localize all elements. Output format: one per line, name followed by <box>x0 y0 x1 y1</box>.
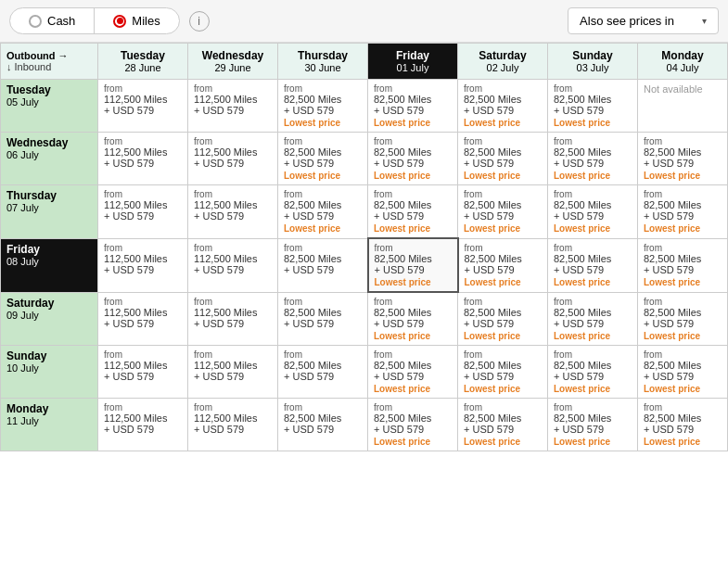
price-cell-sat09-tue28[interactable]: from112,500 Miles+ USD 579 <box>98 292 188 346</box>
miles-value: 82,500 Miles <box>554 94 632 105</box>
also-see-prices-button[interactable]: Also see prices in ▾ <box>568 7 719 34</box>
price-cell-sun10-tue28[interactable]: from112,500 Miles+ USD 579 <box>98 346 188 399</box>
miles-value: 82,500 Miles <box>374 360 452 371</box>
col-header-tue28[interactable]: Tuesday 28 June <box>98 44 188 80</box>
price-cell-wed06-sun03[interactable]: from82,500 Miles+ USD 579Lowest price <box>548 133 638 185</box>
price-cell-tue05-wed29[interactable]: from112,500 Miles+ USD 579 <box>188 80 278 133</box>
price-cell-tue05-thu30[interactable]: from82,500 Miles+ USD 579Lowest price <box>278 80 368 133</box>
usd-value: + USD 579 <box>374 105 452 116</box>
price-type-selector[interactable]: Cash Miles <box>9 7 180 34</box>
from-label: from <box>194 402 272 413</box>
col-day-name: Friday <box>374 49 452 62</box>
usd-value: + USD 579 <box>464 371 542 382</box>
lowest-price-badge: Lowest price <box>644 384 722 394</box>
price-cell-sun10-sat02[interactable]: from82,500 Miles+ USD 579Lowest price <box>458 346 548 399</box>
col-header-fri01[interactable]: Friday 01 July <box>368 44 458 80</box>
usd-value: + USD 579 <box>464 210 542 222</box>
miles-value: 82,500 Miles <box>374 94 452 105</box>
col-header-wed29[interactable]: Wednesday 29 June <box>188 44 278 80</box>
price-cell-wed06-sat02[interactable]: from82,500 Miles+ USD 579Lowest price <box>458 133 548 185</box>
inbound-label: ↓ Inbound <box>6 61 92 72</box>
from-label: from <box>464 349 542 360</box>
price-cell-thu07-thu30[interactable]: from82,500 Miles+ USD 579Lowest price <box>278 185 368 239</box>
miles-value: 82,500 Miles <box>465 253 543 264</box>
price-cell-tue05-mon04[interactable]: Not available <box>638 80 728 133</box>
price-cell-tue05-sun03[interactable]: from82,500 Miles+ USD 579Lowest price <box>548 80 638 133</box>
miles-option[interactable]: Miles <box>95 8 178 33</box>
miles-radio[interactable] <box>113 15 126 28</box>
price-cell-fri08-fri01[interactable]: from82,500 Miles+ USD 579Lowest price <box>368 238 458 292</box>
miles-value: 82,500 Miles <box>554 360 632 371</box>
price-cell-thu07-wed29[interactable]: from112,500 Miles+ USD 579 <box>188 185 278 239</box>
price-cell-sun10-thu30[interactable]: from82,500 Miles+ USD 579 <box>278 346 368 399</box>
miles-value: 112,500 Miles <box>194 253 272 264</box>
price-cell-wed06-tue28[interactable]: from112,500 Miles+ USD 579 <box>98 133 188 185</box>
miles-value: 82,500 Miles <box>554 253 632 264</box>
lowest-price-badge: Lowest price <box>374 223 452 234</box>
price-cell-wed06-wed29[interactable]: from112,500 Miles+ USD 579 <box>188 133 278 185</box>
usd-value: + USD 579 <box>194 210 272 222</box>
price-cell-sun10-sun03[interactable]: from82,500 Miles+ USD 579Lowest price <box>548 346 638 399</box>
lowest-price-badge: Lowest price <box>464 118 542 128</box>
price-cell-sun10-fri01[interactable]: from82,500 Miles+ USD 579Lowest price <box>368 346 458 399</box>
price-cell-mon11-sat02[interactable]: from82,500 Miles+ USD 579Lowest price <box>458 399 548 451</box>
price-cell-fri08-wed29[interactable]: from112,500 Miles+ USD 579 <box>188 238 278 292</box>
col-header-mon04[interactable]: Monday 04 July <box>638 44 728 80</box>
price-cell-fri08-thu30[interactable]: from82,500 Miles+ USD 579 <box>278 238 368 292</box>
price-cell-thu07-mon04[interactable]: from82,500 Miles+ USD 579Lowest price <box>638 185 728 239</box>
price-cell-mon11-wed29[interactable]: from112,500 Miles+ USD 579 <box>188 399 278 451</box>
price-cell-sat09-wed29[interactable]: from112,500 Miles+ USD 579 <box>188 292 278 346</box>
lowest-price-badge: Lowest price <box>284 171 362 181</box>
price-cell-sat09-thu30[interactable]: from82,500 Miles+ USD 579 <box>278 292 368 346</box>
price-cell-mon11-tue28[interactable]: from112,500 Miles+ USD 579 <box>98 399 188 451</box>
col-header-thu30[interactable]: Thursday 30 June <box>278 44 368 80</box>
usd-value: + USD 579 <box>104 264 182 275</box>
price-cell-sun10-mon04[interactable]: from82,500 Miles+ USD 579Lowest price <box>638 346 728 399</box>
from-label: from <box>194 83 272 94</box>
from-label: from <box>284 297 362 307</box>
from-label: from <box>554 349 632 360</box>
price-cell-fri08-sun03[interactable]: from82,500 Miles+ USD 579Lowest price <box>548 238 638 292</box>
usd-value: + USD 579 <box>554 105 632 116</box>
price-cell-fri08-mon04[interactable]: from82,500 Miles+ USD 579Lowest price <box>638 238 728 292</box>
outbound-label: Outbound → <box>6 50 92 61</box>
miles-value: 82,500 Miles <box>644 199 722 210</box>
price-cell-thu07-sat02[interactable]: from82,500 Miles+ USD 579Lowest price <box>458 185 548 239</box>
price-cell-sat09-mon04[interactable]: from82,500 Miles+ USD 579Lowest price <box>638 292 728 346</box>
price-cell-mon11-mon04[interactable]: from82,500 Miles+ USD 579Lowest price <box>638 399 728 451</box>
cash-radio[interactable] <box>29 15 42 28</box>
price-cell-sun10-wed29[interactable]: from112,500 Miles+ USD 579 <box>188 346 278 399</box>
price-cell-tue05-sat02[interactable]: from82,500 Miles+ USD 579Lowest price <box>458 80 548 133</box>
lowest-price-badge: Lowest price <box>554 384 632 394</box>
miles-value: 82,500 Miles <box>464 146 542 158</box>
col-header-sat02[interactable]: Saturday 02 July <box>458 44 548 80</box>
price-cell-sat09-sat02[interactable]: from82,500 Miles+ USD 579Lowest price <box>458 292 548 346</box>
price-cell-wed06-mon04[interactable]: from82,500 Miles+ USD 579Lowest price <box>638 133 728 185</box>
price-cell-fri08-tue28[interactable]: from112,500 Miles+ USD 579 <box>98 238 188 292</box>
miles-value: 82,500 Miles <box>644 307 722 318</box>
price-cell-fri08-sat02[interactable]: from82,500 Miles+ USD 579Lowest price <box>458 238 548 292</box>
price-cell-tue05-tue28[interactable]: from112,500 Miles+ USD 579 <box>98 80 188 133</box>
price-cell-wed06-fri01[interactable]: from82,500 Miles+ USD 579Lowest price <box>368 133 458 185</box>
price-cell-mon11-thu30[interactable]: from82,500 Miles+ USD 579 <box>278 399 368 451</box>
col-header-sun03[interactable]: Sunday 03 July <box>548 44 638 80</box>
price-cell-mon11-sun03[interactable]: from82,500 Miles+ USD 579Lowest price <box>548 399 638 451</box>
price-cell-wed06-thu30[interactable]: from82,500 Miles+ USD 579Lowest price <box>278 133 368 185</box>
row-day-name: Tuesday <box>6 83 92 96</box>
miles-value: 82,500 Miles <box>284 360 362 371</box>
lowest-price-badge: Lowest price <box>644 171 722 181</box>
price-cell-thu07-tue28[interactable]: from112,500 Miles+ USD 579 <box>98 185 188 239</box>
price-cell-tue05-fri01[interactable]: from82,500 Miles+ USD 579Lowest price <box>368 80 458 133</box>
price-cell-thu07-fri01[interactable]: from82,500 Miles+ USD 579Lowest price <box>368 185 458 239</box>
row-header-tue05: Tuesday 05 July <box>1 80 98 133</box>
cash-option[interactable]: Cash <box>10 8 95 33</box>
usd-value: + USD 579 <box>104 105 182 116</box>
usd-value: + USD 579 <box>284 264 362 275</box>
from-label: from <box>374 83 452 94</box>
price-cell-sat09-sun03[interactable]: from82,500 Miles+ USD 579Lowest price <box>548 292 638 346</box>
price-cell-mon11-fri01[interactable]: from82,500 Miles+ USD 579Lowest price <box>368 399 458 451</box>
info-button[interactable]: i <box>189 11 210 32</box>
price-cell-thu07-sun03[interactable]: from82,500 Miles+ USD 579Lowest price <box>548 185 638 239</box>
usd-value: + USD 579 <box>194 318 272 329</box>
price-cell-sat09-fri01[interactable]: from82,500 Miles+ USD 579Lowest price <box>368 292 458 346</box>
